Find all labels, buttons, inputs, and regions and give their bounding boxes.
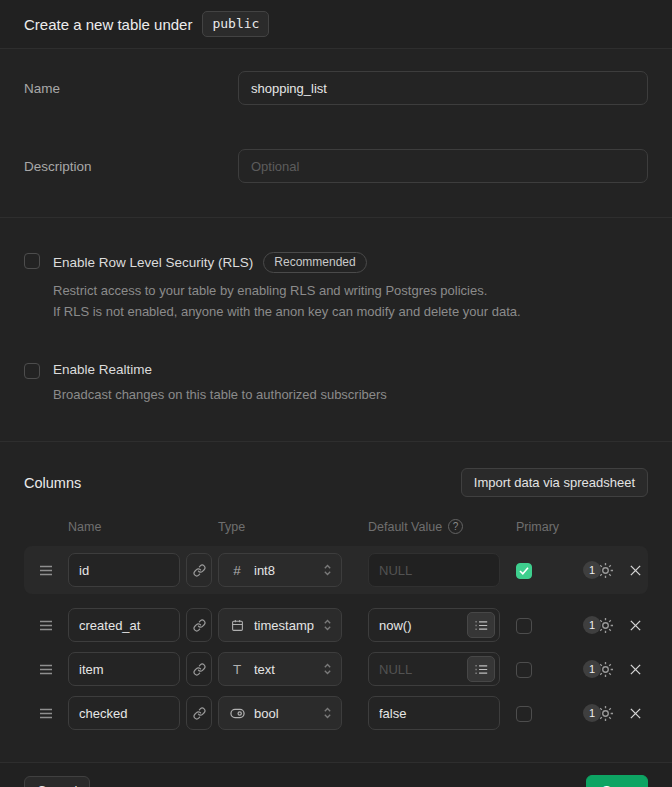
drag-handle-icon[interactable] xyxy=(24,708,68,719)
drag-handle-icon[interactable] xyxy=(24,664,68,675)
default-value-menu-button[interactable] xyxy=(467,612,495,638)
row-actions: 1 xyxy=(564,561,648,580)
column-type-value: text xyxy=(254,662,314,677)
foreign-key-link-icon[interactable] xyxy=(186,696,212,730)
rls-label: Enable Row Level Security (RLS) xyxy=(53,255,253,270)
column-default-field xyxy=(368,696,500,730)
settings-count-badge: 1 xyxy=(583,616,601,634)
column-row-created-at: timestamptz 1 xyxy=(24,608,648,642)
primary-cell xyxy=(516,705,564,722)
table-options-section: Enable Row Level Security (RLS) Recommen… xyxy=(0,218,672,442)
columns-title: Columns xyxy=(24,475,81,491)
rls-label-row: Enable Row Level Security (RLS) Recommen… xyxy=(53,252,521,273)
realtime-option-content: Enable Realtime Broadcast changes on thi… xyxy=(53,362,387,405)
description-label: Description xyxy=(24,159,238,174)
column-default-input[interactable] xyxy=(379,706,495,721)
column-default-input[interactable] xyxy=(379,618,467,633)
foreign-key-link-icon[interactable] xyxy=(186,553,212,587)
drag-handle-icon[interactable] xyxy=(24,565,68,576)
column-type-select[interactable]: bool xyxy=(218,696,342,730)
schema-badge: public xyxy=(202,11,269,37)
drag-handle-icon[interactable] xyxy=(24,620,68,631)
column-default-input[interactable] xyxy=(379,563,495,578)
close-x-icon xyxy=(629,564,642,577)
col-header-default-label: Default Value xyxy=(368,520,442,534)
primary-cell xyxy=(516,617,564,634)
column-default-field xyxy=(368,553,500,587)
panel-footer: Cancel Save xyxy=(0,762,672,787)
help-circle-icon[interactable]: ? xyxy=(448,519,463,534)
primary-cell xyxy=(516,562,564,579)
realtime-label: Enable Realtime xyxy=(53,362,152,377)
column-settings-button[interactable]: 1 xyxy=(583,561,615,580)
panel-title: Create a new table under xyxy=(24,16,192,33)
column-type-value: int8 xyxy=(254,563,314,578)
rls-description-line2: If RLS is not enabled, anyone with the a… xyxy=(53,301,521,322)
column-type-select[interactable]: T text xyxy=(218,652,342,686)
calendar-icon xyxy=(229,619,245,632)
column-row-highlight: # int8 1 xyxy=(24,546,648,594)
rls-description-line1: Restrict access to your table by enablin… xyxy=(53,280,521,301)
column-default-input[interactable] xyxy=(379,662,467,677)
remove-column-button[interactable] xyxy=(629,619,642,632)
toggle-icon xyxy=(229,708,245,719)
table-name-input[interactable] xyxy=(238,71,648,105)
column-settings-button[interactable]: 1 xyxy=(583,660,615,679)
foreign-key-link-icon[interactable] xyxy=(186,608,212,642)
text-icon: T xyxy=(229,662,245,677)
panel-header: Create a new table under public xyxy=(0,0,672,49)
col-header-default: Default Value ? xyxy=(368,519,516,534)
chevron-up-down-icon xyxy=(323,563,333,577)
list-menu-icon xyxy=(475,620,488,631)
chevron-up-down-icon xyxy=(323,706,333,720)
remove-column-button[interactable] xyxy=(629,564,642,577)
rls-option-content: Enable Row Level Security (RLS) Recommen… xyxy=(53,252,521,322)
column-settings-button[interactable]: 1 xyxy=(583,704,615,723)
default-value-menu-button[interactable] xyxy=(467,656,495,682)
save-button[interactable]: Save xyxy=(586,775,648,787)
close-x-icon xyxy=(629,663,642,676)
remove-column-button[interactable] xyxy=(629,663,642,676)
primary-cell xyxy=(516,661,564,678)
column-default-field xyxy=(368,652,500,686)
column-settings-button[interactable]: 1 xyxy=(583,616,615,635)
column-type-value: bool xyxy=(254,706,314,721)
remove-column-button[interactable] xyxy=(629,707,642,720)
primary-checkbox[interactable] xyxy=(516,618,532,634)
name-row: Name xyxy=(24,71,648,105)
column-name-input[interactable] xyxy=(68,696,180,730)
cancel-button[interactable]: Cancel xyxy=(24,776,90,787)
primary-checkbox[interactable] xyxy=(516,706,532,722)
realtime-checkbox[interactable] xyxy=(24,363,40,379)
columns-grid-header: Name Type Default Value ? Primary xyxy=(24,519,648,534)
name-label: Name xyxy=(24,81,238,96)
primary-checkbox[interactable] xyxy=(516,662,532,678)
rls-checkbox[interactable] xyxy=(24,253,40,269)
row-actions: 1 xyxy=(564,660,648,679)
hash-icon: # xyxy=(229,563,245,578)
column-name-input[interactable] xyxy=(68,608,180,642)
table-info-section: Name Description xyxy=(0,49,672,218)
close-x-icon xyxy=(629,707,642,720)
column-type-select[interactable]: # int8 xyxy=(218,553,342,587)
settings-count-badge: 1 xyxy=(583,704,601,722)
col-header-primary: Primary xyxy=(516,520,564,534)
foreign-key-link-icon[interactable] xyxy=(186,652,212,686)
import-spreadsheet-button[interactable]: Import data via spreadsheet xyxy=(461,468,648,497)
chevron-up-down-icon xyxy=(323,662,333,676)
column-default-field xyxy=(368,608,500,642)
col-header-type: Type xyxy=(218,520,368,534)
column-name-input[interactable] xyxy=(68,652,180,686)
recommended-badge: Recommended xyxy=(263,252,366,273)
column-name-input[interactable] xyxy=(68,553,180,587)
chevron-up-down-icon xyxy=(323,618,333,632)
table-description-input[interactable] xyxy=(238,149,648,183)
columns-header: Columns Import data via spreadsheet xyxy=(24,468,648,497)
primary-checkbox[interactable] xyxy=(516,563,532,579)
column-row-item: T text 1 xyxy=(24,652,648,686)
list-menu-icon xyxy=(475,664,488,675)
description-row: Description xyxy=(24,149,648,183)
column-type-select[interactable]: timestamptz xyxy=(218,608,342,642)
settings-count-badge: 1 xyxy=(583,660,601,678)
rls-option: Enable Row Level Security (RLS) Recommen… xyxy=(24,252,648,322)
